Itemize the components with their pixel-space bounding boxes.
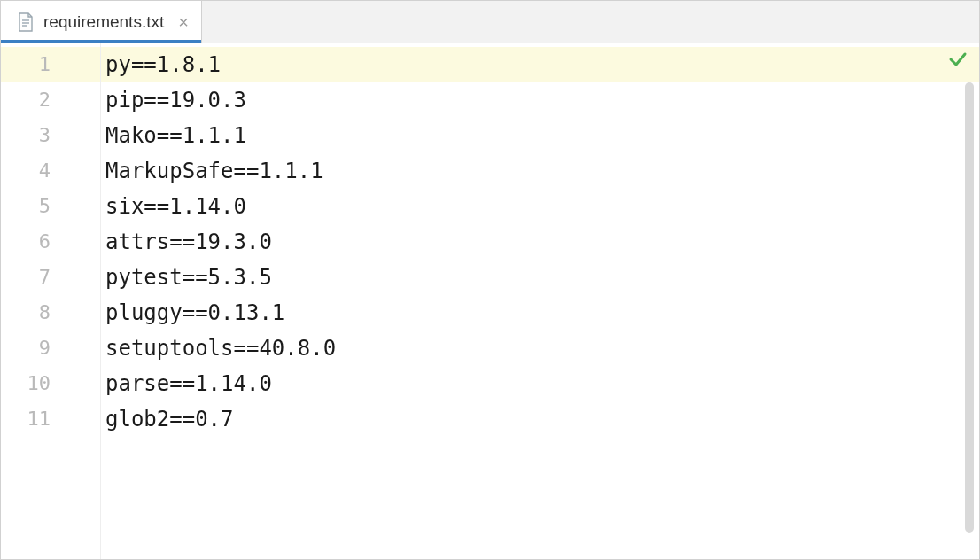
tab-requirements[interactable]: requirements.txt × [1, 1, 202, 43]
line-number: 9 [1, 331, 79, 366]
line-number: 6 [1, 224, 79, 260]
code-area[interactable]: py==1.8.1pip==19.0.3Mako==1.1.1MarkupSaf… [79, 43, 979, 559]
code-line[interactable]: MarkupSafe==1.1.1 [105, 153, 979, 189]
tab-label: requirements.txt [43, 12, 164, 32]
line-number-gutter: 1234567891011 [1, 43, 79, 559]
code-line[interactable]: parse==1.14.0 [105, 366, 979, 401]
line-number: 2 [1, 82, 79, 118]
code-line[interactable]: glob2==0.7 [105, 401, 979, 437]
code-line[interactable]: pluggy==0.13.1 [105, 295, 979, 331]
code-line[interactable]: attrs==19.3.0 [105, 224, 979, 260]
line-number: 4 [1, 153, 79, 189]
line-number: 10 [1, 366, 79, 401]
tab-bar: requirements.txt × [1, 1, 979, 43]
inspection-ok-icon[interactable] [947, 49, 968, 74]
code-line[interactable]: pip==19.0.3 [105, 82, 979, 118]
close-icon[interactable]: × [178, 13, 189, 31]
code-line[interactable]: Mako==1.1.1 [105, 118, 979, 153]
line-number: 1 [1, 47, 79, 82]
scrollbar[interactable] [965, 82, 974, 533]
line-number: 8 [1, 295, 79, 331]
editor: 1234567891011 py==1.8.1pip==19.0.3Mako==… [1, 43, 979, 559]
line-number: 5 [1, 189, 79, 224]
code-line[interactable]: setuptools==40.8.0 [105, 331, 979, 366]
code-line[interactable]: py==1.8.1 [105, 47, 979, 82]
text-file-icon [17, 12, 35, 32]
line-number: 3 [1, 118, 79, 153]
line-number: 11 [1, 401, 79, 437]
line-number: 7 [1, 260, 79, 295]
code-line[interactable]: six==1.14.0 [105, 189, 979, 224]
code-line[interactable]: pytest==5.3.5 [105, 260, 979, 295]
scrollbar-thumb[interactable] [965, 82, 974, 533]
